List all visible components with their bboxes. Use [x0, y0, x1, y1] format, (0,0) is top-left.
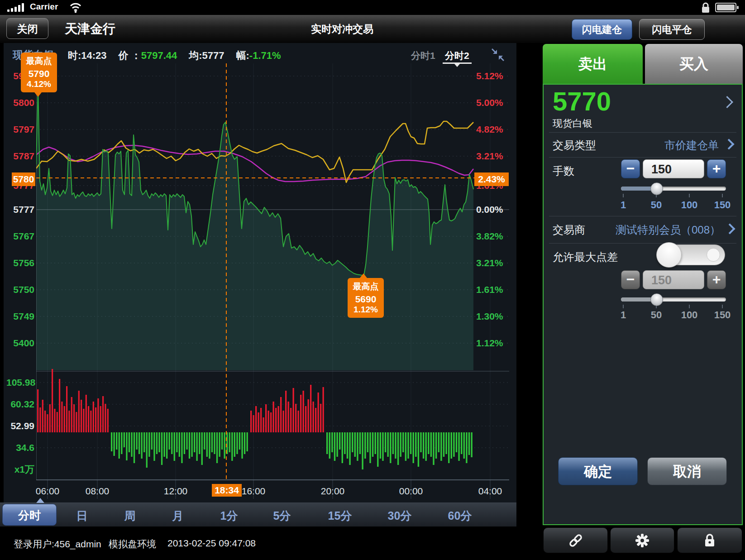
lots-increase-button[interactable]: +	[707, 159, 726, 178]
period-tab-周[interactable]: 周	[124, 508, 136, 523]
page-title: 实时对冲交易	[274, 22, 410, 36]
nav-bar: 关闭 天津金行 实时对冲交易 闪电建仓 闪电平仓	[0, 15, 745, 43]
period-tab-bar: 分时日周月1分5分15分30分60分	[0, 503, 516, 526]
slider-tick-150: 150	[714, 309, 731, 321]
spread-slider[interactable]	[621, 297, 726, 302]
period-tab-日[interactable]: 日	[76, 508, 88, 523]
high-point-callout: 最高点 5790 4.12%	[21, 53, 57, 92]
low-point-callout: 最高点 5690 1.12%	[348, 278, 384, 318]
cancel-button[interactable]: 取消	[647, 457, 727, 485]
tab-buy[interactable]: 买入	[645, 44, 743, 84]
lock-button[interactable]	[677, 527, 742, 553]
slider-tick-50: 50	[651, 199, 662, 211]
tab-active-pointer	[454, 64, 460, 67]
carrier-label: Carrier	[30, 2, 58, 12]
quote-change: 幅:-1.71%	[236, 49, 281, 62]
period-tab-5分[interactable]: 5分	[273, 508, 291, 523]
period-tab-分时[interactable]: 分时	[2, 504, 57, 526]
quote-price: 价 ：5797.44	[119, 49, 177, 62]
period-active-pointer	[36, 498, 44, 503]
percent-tag: 2.43%	[474, 172, 509, 186]
time-tag: 18:34	[212, 484, 242, 497]
callout-pointer	[360, 273, 367, 278]
battery-icon	[715, 3, 740, 12]
max-spread-toggle[interactable]	[657, 244, 725, 265]
settings-button[interactable]	[610, 527, 674, 553]
lots-label: 手数	[553, 164, 574, 178]
status-bar: Carrier	[0, 0, 745, 15]
divider	[549, 132, 736, 133]
broker-value[interactable]: 测试特别会员（008）	[588, 223, 721, 237]
tab-sell[interactable]: 卖出	[543, 44, 643, 84]
quote-time: 时:14:23	[68, 49, 107, 62]
link-button[interactable]	[543, 527, 608, 553]
slider-tick-1: 1	[621, 309, 626, 321]
slider-tick-100: 100	[681, 309, 698, 321]
environment-label: 模拟盘环境	[109, 538, 156, 550]
flash-open-button[interactable]: 闪电建仓	[572, 19, 632, 40]
period-tab-月[interactable]: 月	[172, 508, 184, 523]
app-root: Carrier 关闭 天津金行 实时对冲交易 闪电建仓 闪电平仓 现货白银	[0, 0, 745, 560]
login-user-label: 登录用户:456_admin	[14, 538, 101, 550]
price-volume-chart[interactable]	[36, 63, 509, 500]
order-instrument: 现货白银	[553, 117, 592, 130]
wifi-icon	[69, 2, 82, 13]
datetime-label: 2013-02-25 09:47:08	[167, 538, 256, 549]
spread-decrease-button[interactable]: −	[621, 270, 640, 289]
close-button[interactable]: 关闭	[6, 18, 48, 39]
quote-average: 均:5777	[189, 49, 224, 62]
collapse-chart-icon[interactable]	[491, 48, 505, 62]
tab-minute-chart-2[interactable]: 分时2	[445, 49, 469, 62]
confirm-button[interactable]: 确定	[558, 457, 638, 485]
lots-decrease-button[interactable]: −	[621, 159, 640, 178]
slider-tick-1: 1	[621, 199, 626, 211]
flash-close-button[interactable]: 闪电平仓	[639, 19, 705, 40]
spread-input[interactable]: 150	[643, 270, 704, 289]
lots-slider-thumb[interactable]	[650, 182, 663, 195]
spread-slider-thumb[interactable]	[650, 293, 663, 306]
order-price: 5770	[553, 86, 611, 116]
divider	[549, 243, 736, 244]
lots-slider[interactable]	[621, 187, 726, 191]
toggle-knob[interactable]	[656, 242, 682, 268]
period-tab-30分[interactable]: 30分	[388, 508, 412, 523]
trade-type-label: 交易类型	[553, 138, 596, 153]
slider-tick-150: 150	[714, 199, 731, 211]
quote-strip: 时:14:23 价 ：5797.44 均:5777 幅:-1.71%	[68, 49, 281, 62]
lots-input[interactable]: 150	[643, 159, 704, 178]
signal-strength-icon	[7, 3, 28, 12]
lock-icon	[703, 533, 716, 548]
divider	[549, 216, 736, 216]
spread-increase-button[interactable]: +	[707, 270, 726, 289]
period-tab-60分[interactable]: 60分	[448, 508, 472, 523]
divider	[549, 157, 736, 158]
tab-minute-chart-1[interactable]: 分时1	[411, 49, 435, 62]
slider-tick-100: 100	[681, 199, 698, 211]
period-tab-15分[interactable]: 15分	[328, 508, 352, 523]
broker-label: 交易商	[553, 223, 585, 237]
gear-icon	[635, 533, 650, 548]
app-brand: 天津金行	[65, 20, 115, 38]
callout-pointer	[34, 92, 42, 97]
rotation-lock-icon	[701, 2, 711, 13]
max-spread-label: 允许最大点差	[553, 250, 618, 264]
period-tab-1分[interactable]: 1分	[220, 508, 238, 523]
trade-type-value[interactable]: 市价建仓单	[602, 138, 719, 153]
price-tag: 5780	[12, 172, 35, 186]
link-icon	[567, 533, 585, 548]
slider-tick-50: 50	[651, 309, 662, 321]
toggle-dot	[707, 248, 720, 262]
